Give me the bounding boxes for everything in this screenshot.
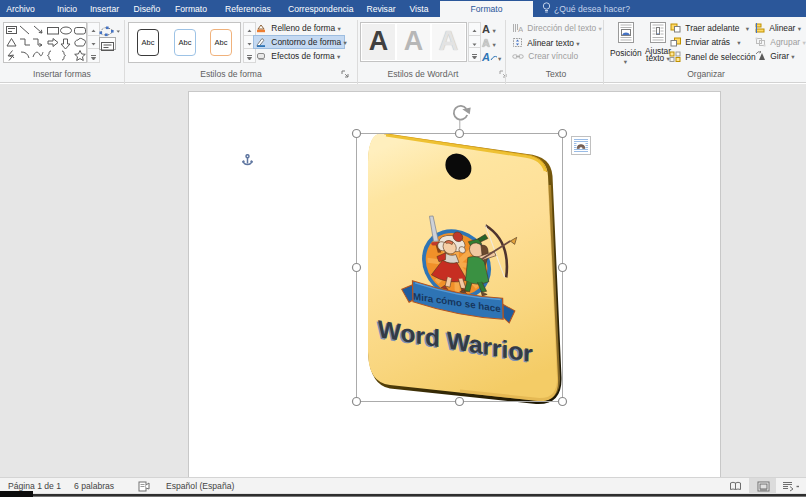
svg-text:A: A: [518, 25, 523, 33]
